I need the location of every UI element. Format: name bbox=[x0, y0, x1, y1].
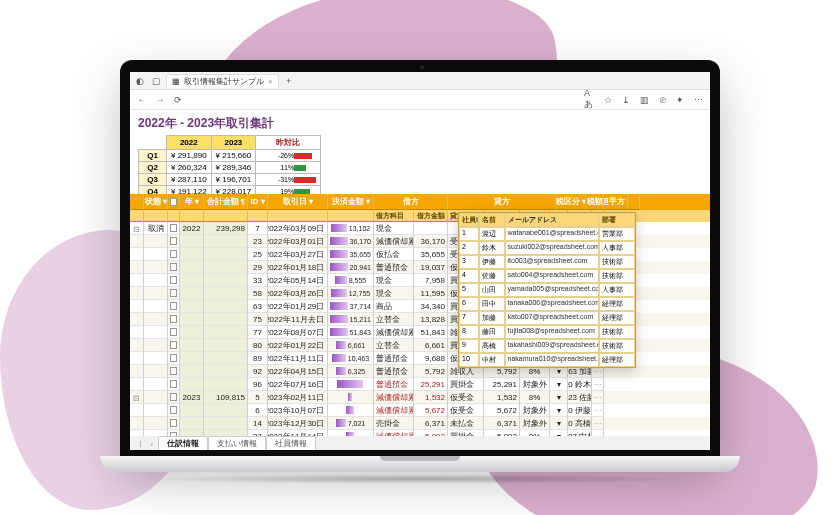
status-cell bbox=[144, 404, 168, 417]
row-checkbox[interactable] bbox=[170, 289, 177, 297]
sync-icon[interactable]: ⤓ bbox=[620, 94, 632, 106]
employee-row[interactable]: 9高橋takahashi009@spreadsheet.c技術部 bbox=[459, 339, 635, 353]
employee-row[interactable]: 2鈴木suzuki002@spreadsheet.com人事部 bbox=[459, 241, 635, 255]
row-checkbox[interactable] bbox=[170, 237, 177, 245]
person-cell[interactable]: 123 佐藤 bbox=[568, 391, 592, 404]
refresh-icon[interactable]: ⟳ bbox=[172, 94, 184, 106]
row-checkbox[interactable] bbox=[170, 250, 177, 258]
debit-amount: 36,170 bbox=[414, 235, 448, 248]
tax-pct: ▾ bbox=[550, 417, 568, 430]
row-checkbox[interactable] bbox=[170, 263, 177, 271]
date-cell[interactable]: 2022年11月11日▾ bbox=[268, 352, 328, 365]
employee-row[interactable]: 8藤田fujita008@spreadsheet.com技術部 bbox=[459, 325, 635, 339]
collapse-icon[interactable]: ⊟ bbox=[133, 394, 140, 401]
employee-row[interactable]: 3伊藤ito003@spreadsheet.com技術部 bbox=[459, 255, 635, 269]
credit-amount: 5,672 bbox=[484, 404, 520, 417]
date-cell[interactable]: 2022年01月29日▾ bbox=[268, 300, 328, 313]
debit-amount: 25,291 bbox=[414, 378, 448, 391]
row-checkbox[interactable] bbox=[170, 393, 177, 401]
quarter-label: Q1 bbox=[139, 150, 167, 162]
collections-icon[interactable]: ▥ bbox=[638, 94, 650, 106]
debit-amount: 34,340 bbox=[414, 300, 448, 313]
close-tab-icon[interactable]: × bbox=[268, 77, 273, 86]
date-cell[interactable]: 2022年03月26日▾ bbox=[268, 287, 328, 300]
sheet-first-icon[interactable]: ⟨ bbox=[134, 438, 146, 450]
tax-cell[interactable]: 対象外 bbox=[520, 417, 550, 430]
row-checkbox[interactable] bbox=[170, 406, 177, 414]
id-cell: 14 bbox=[248, 417, 268, 430]
more-icon[interactable]: ⋯ bbox=[592, 417, 604, 430]
value-2023: ¥ 289,346 bbox=[211, 162, 256, 174]
employee-row[interactable]: 10中村nakamura010@spreadsheet.c経理部 bbox=[459, 353, 635, 367]
tax-cell[interactable]: 対象外 bbox=[520, 378, 550, 391]
row-checkbox[interactable] bbox=[170, 328, 177, 336]
person-cell[interactable]: 0 鈴木 bbox=[568, 378, 592, 391]
date-cell[interactable]: 2022年03月01日▾ bbox=[268, 235, 328, 248]
amount-cell: 8,555 bbox=[328, 274, 374, 287]
more-icon[interactable]: ⋯ bbox=[592, 404, 604, 417]
addon-icon[interactable]: ⎚ bbox=[656, 94, 668, 106]
star-icon[interactable]: ☆ bbox=[602, 94, 614, 106]
menu-icon[interactable]: ⋯ bbox=[692, 94, 704, 106]
browser-tab[interactable]: ▦ 取引情報集計サンプル × bbox=[166, 74, 279, 88]
grid-row[interactable]: 96 2022年07月16日▾ 普通預金 25,291 買掛金 25,291 対… bbox=[130, 378, 710, 391]
row-checkbox[interactable] bbox=[170, 354, 177, 362]
date-cell[interactable]: 2022年01月22日▾ bbox=[268, 339, 328, 352]
date-cell[interactable]: 2023年12月30日▾ bbox=[268, 417, 328, 430]
grid-row[interactable]: ⊟ 2023109,815 5 2023年02月11日▾ 減価償却累計 1,53… bbox=[130, 391, 710, 404]
translate-icon[interactable]: Aあ bbox=[584, 94, 596, 106]
date-cell[interactable]: 2022年01月18日▾ bbox=[268, 261, 328, 274]
grid-row[interactable]: 6 2023年10月07日▾ 減価償却累計 5,672 仮受金 5,672 対象… bbox=[130, 404, 710, 417]
date-cell[interactable]: 2023年02月11日▾ bbox=[268, 391, 328, 404]
id-cell: 96 bbox=[248, 378, 268, 391]
row-checkbox[interactable] bbox=[170, 380, 177, 388]
id-cell: 23 bbox=[248, 235, 268, 248]
date-cell[interactable]: 2023年10月07日▾ bbox=[268, 404, 328, 417]
person-cell[interactable]: 0 高橋 bbox=[568, 417, 592, 430]
back-icon[interactable]: ← bbox=[136, 94, 148, 106]
employee-row[interactable]: 5山田yamada005@spreadsheet.cor人事部 bbox=[459, 283, 635, 297]
person-cell[interactable]: 0 伊藤 bbox=[568, 404, 592, 417]
date-cell[interactable]: 2022年05月14日▾ bbox=[268, 274, 328, 287]
row-checkbox[interactable] bbox=[170, 276, 177, 284]
date-cell[interactable]: 2022年11月去日▾ bbox=[268, 313, 328, 326]
amount-cell: 6,325 bbox=[328, 365, 374, 378]
square-icon[interactable]: ▢ bbox=[150, 75, 162, 87]
employee-row[interactable]: 1渡辺watanabe001@spreadsheet.c営業部 bbox=[459, 227, 635, 241]
grid-header: 状態▾ 年▾ 合計金額¶ ID▾ 取引日▾ 決済金額▾ 借方 貸方 税区分▾ 税… bbox=[130, 194, 710, 210]
tax-cell[interactable]: 8% bbox=[520, 391, 550, 404]
sheet-prev-icon[interactable]: ‹ bbox=[146, 438, 158, 450]
row-checkbox[interactable] bbox=[170, 419, 177, 427]
grid-row[interactable]: 14 2023年12月30日▾ 7,021 売掛金 6,371 未払金 6,37… bbox=[130, 417, 710, 430]
new-tab-button[interactable]: + bbox=[283, 75, 295, 87]
row-checkbox[interactable] bbox=[170, 367, 177, 375]
date-cell[interactable]: 2022年03月27日▾ bbox=[268, 248, 328, 261]
date-cell[interactable]: 2022年03月09日▾ bbox=[268, 222, 328, 235]
date-cell[interactable]: 2022年04月15日▾ bbox=[268, 365, 328, 378]
employee-row[interactable]: 7加藤kato007@spreadsheet.com経理部 bbox=[459, 311, 635, 325]
extension-icon[interactable]: ✦ bbox=[674, 94, 686, 106]
status-cell bbox=[144, 261, 168, 274]
sheet-tab[interactable]: 社員情報 bbox=[266, 436, 316, 450]
row-checkbox[interactable] bbox=[170, 341, 177, 349]
more-icon[interactable]: ⋯ bbox=[592, 378, 604, 391]
row-checkbox[interactable] bbox=[170, 302, 177, 310]
date-cell[interactable]: 2022年08月07日▾ bbox=[268, 326, 328, 339]
profile-icon[interactable]: ◐ bbox=[134, 75, 146, 87]
forward-icon[interactable]: → bbox=[154, 94, 166, 106]
value-2023: ¥ 215,660 bbox=[211, 150, 256, 162]
tax-pct: ▾ bbox=[550, 378, 568, 391]
row-checkbox[interactable] bbox=[170, 315, 177, 323]
tax-cell[interactable]: 対象外 bbox=[520, 404, 550, 417]
id-cell: 33 bbox=[248, 274, 268, 287]
more-icon[interactable]: ⋯ bbox=[592, 391, 604, 404]
employee-row[interactable]: 4佐藤sato004@spreadsheet.com技術部 bbox=[459, 269, 635, 283]
employee-row[interactable]: 6田中tanaka006@spreadsheet.com経理部 bbox=[459, 297, 635, 311]
collapse-icon[interactable]: ⊟ bbox=[133, 225, 140, 232]
row-checkbox[interactable] bbox=[170, 224, 177, 232]
checkbox-all[interactable] bbox=[170, 198, 177, 206]
col-2023: 2023 bbox=[211, 136, 256, 150]
sheet-tab[interactable]: 支払い情報 bbox=[208, 436, 266, 450]
sheet-tab[interactable]: 仕訳情報 bbox=[158, 436, 208, 450]
date-cell[interactable]: 2022年07月16日▾ bbox=[268, 378, 328, 391]
